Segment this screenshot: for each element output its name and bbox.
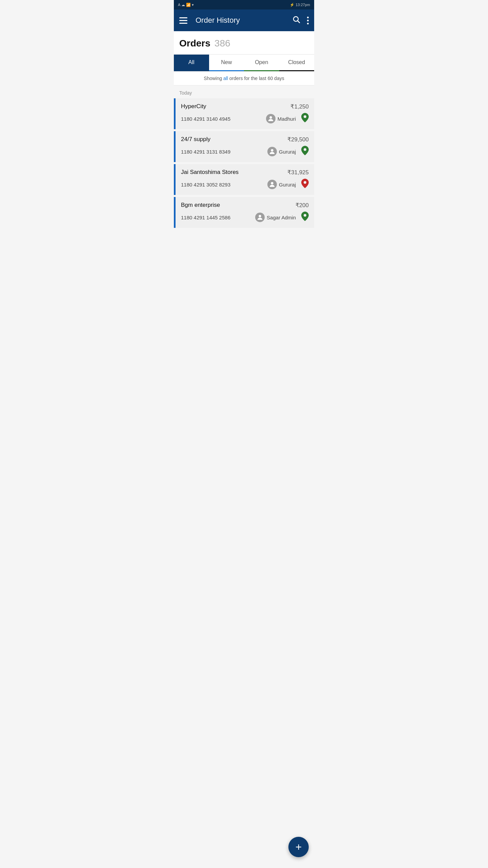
assignee-avatar (266, 114, 276, 123)
order-id: 1180 4291 3140 4945 (181, 116, 230, 122)
order-assignee: Sagar Admin (255, 212, 309, 223)
order-name: HyperCity (181, 103, 206, 110)
assignee-avatar (267, 147, 277, 156)
location-pin-icon (301, 146, 309, 157)
status-icons-left: A ☁ 📶 ▾ (178, 3, 194, 7)
orders-list: HyperCity ₹1,250 1180 4291 3140 4945 Mad… (174, 98, 314, 228)
section-header-today: Today (174, 85, 314, 98)
status-bar-right: ⚡ 13:27pm (290, 3, 310, 7)
more-options-icon[interactable] (307, 17, 309, 24)
order-id: 1180 4291 1445 2586 (181, 215, 230, 220)
showing-suffix: orders for the last 60 days (228, 76, 284, 81)
tab-new[interactable]: New (209, 55, 244, 71)
assignee-avatar (255, 213, 265, 222)
status-bar-left: A ☁ 📶 ▾ (178, 3, 194, 7)
status-bar: A ☁ 📶 ▾ ⚡ 13:27pm (174, 0, 314, 9)
tabs-container: All New Open Closed (174, 55, 314, 72)
order-name: 24/7 supply (181, 136, 210, 143)
tab-open[interactable]: Open (244, 55, 279, 71)
order-card[interactable]: Jai Santoshima Stores ₹31,925 1180 4291 … (174, 164, 314, 195)
order-assignee: Gururaj (267, 146, 309, 157)
order-name: Bgm enterprise (181, 202, 220, 209)
assignee-name: Gururaj (279, 182, 296, 188)
order-assignee: Madhuri (266, 113, 309, 124)
order-id: 1180 4291 3052 8293 (181, 182, 230, 188)
order-card[interactable]: HyperCity ₹1,250 1180 4291 3140 4945 Mad… (174, 98, 314, 129)
order-amount: ₹200 (296, 202, 309, 209)
svg-point-4 (271, 182, 273, 184)
location-pin-icon (301, 113, 309, 124)
tab-closed[interactable]: Closed (279, 55, 314, 71)
showing-highlight: all (223, 76, 228, 81)
order-amount: ₹1,250 (290, 103, 309, 110)
order-name: Jai Santoshima Stores (181, 169, 239, 176)
menu-icon[interactable] (179, 17, 187, 24)
showing-prefix: Showing (204, 76, 223, 81)
assignee-avatar (267, 180, 277, 189)
svg-line-1 (298, 21, 300, 23)
svg-point-3 (271, 149, 273, 152)
svg-point-5 (259, 215, 261, 217)
order-id: 1180 4291 3131 8349 (181, 149, 230, 155)
order-card[interactable]: 24/7 supply ₹29,500 1180 4291 3131 8349 … (174, 131, 314, 162)
tab-all[interactable]: All (174, 55, 209, 71)
location-pin-icon (301, 179, 309, 190)
location-pin-icon (301, 212, 309, 223)
app-bar-title: Order History (196, 16, 285, 25)
order-card[interactable]: Bgm enterprise ₹200 1180 4291 1445 2586 … (174, 197, 314, 228)
status-icons-right: ⚡ 13:27pm (290, 3, 310, 7)
order-amount: ₹29,500 (287, 136, 309, 143)
orders-header: Orders 386 (174, 31, 314, 55)
order-assignee: Gururaj (267, 179, 309, 190)
assignee-name: Gururaj (279, 149, 296, 155)
assignee-name: Sagar Admin (267, 215, 296, 220)
app-bar: Order History (174, 9, 314, 31)
assignee-name: Madhuri (278, 116, 296, 122)
showing-info: Showing all orders for the last 60 days (174, 72, 314, 85)
orders-count: 386 (215, 38, 230, 49)
svg-point-2 (269, 116, 272, 119)
order-amount: ₹31,925 (287, 169, 309, 176)
search-icon[interactable] (291, 14, 302, 27)
orders-label: Orders (179, 38, 210, 49)
